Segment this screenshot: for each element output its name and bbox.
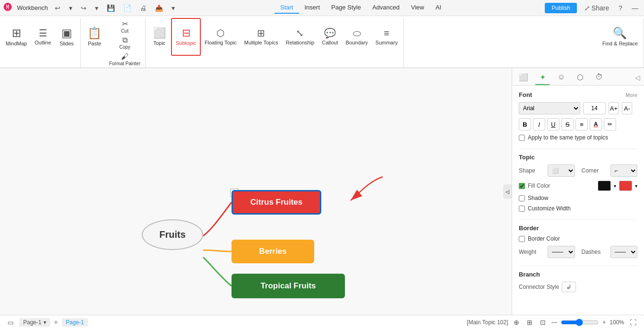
- outline-button[interactable]: ☰ Outline: [31, 18, 55, 56]
- tab-insert[interactable]: Insert: [299, 2, 326, 14]
- fit-screen-button[interactable]: ⊕: [512, 318, 521, 327]
- minimize-button[interactable]: —: [630, 3, 640, 13]
- dashes-select[interactable]: —— - - ···: [610, 246, 638, 258]
- tab-view[interactable]: View: [405, 2, 430, 14]
- more-button[interactable]: ▾: [170, 3, 177, 13]
- weight-label: Weight: [519, 249, 545, 255]
- font-size-input[interactable]: [583, 102, 606, 114]
- redo-dropdown[interactable]: ▾: [93, 3, 100, 13]
- shape-select[interactable]: ⬜ ⬭ ⬡: [548, 164, 575, 177]
- fill-color-red-dropdown[interactable]: ▾: [635, 183, 637, 189]
- undo-button[interactable]: ↩: [53, 3, 62, 13]
- shadow-checkbox[interactable]: [519, 195, 525, 201]
- font-more-button[interactable]: More: [626, 92, 637, 98]
- find-replace-button[interactable]: 🔍 Find & Replace: [599, 18, 642, 56]
- print-button[interactable]: 🖨: [138, 3, 148, 13]
- panel-tab-shape[interactable]: ⬜: [516, 70, 531, 85]
- subtopic-button[interactable]: ⊟ Subtopic: [171, 18, 201, 56]
- cut-button[interactable]: ✂ Cut: [106, 18, 143, 35]
- tab-advanced[interactable]: Advanced: [367, 2, 405, 14]
- fullscreen-button[interactable]: ⛶: [628, 318, 638, 327]
- highlight-button[interactable]: ✏: [604, 118, 616, 130]
- add-page-button[interactable]: +: [54, 318, 58, 327]
- apply-same-type-row: Apply to the same type of topics: [519, 134, 637, 141]
- weight-select[interactable]: —— ─ ━: [548, 246, 575, 258]
- panel-collapse-button[interactable]: ◁: [503, 184, 512, 199]
- relationship-button[interactable]: ⤡ Relationship: [282, 18, 318, 56]
- topic-button[interactable]: ⬜ Topic: [147, 18, 171, 56]
- border-color-checkbox[interactable]: [519, 236, 525, 242]
- insert-group: ⬜ Topic ⊟ Subtopic ⬡ Floating Topic ⊞ Mu…: [146, 18, 404, 68]
- apply-same-type-checkbox[interactable]: [519, 135, 525, 141]
- font-size-down-button[interactable]: A-: [622, 102, 632, 114]
- multiple-topics-button[interactable]: ⊞ Multiple Topics: [240, 18, 282, 56]
- corner-select[interactable]: ⌐ ╭: [610, 164, 638, 177]
- tab-page-style[interactable]: Page Style: [326, 2, 367, 14]
- shadow-label: Shadow: [528, 195, 548, 201]
- fruits-label: Fruits: [159, 229, 186, 240]
- bold-button[interactable]: B: [519, 118, 531, 130]
- new-button[interactable]: 📄: [121, 3, 133, 13]
- branch-section-title: Branch: [519, 271, 540, 278]
- sidebar-toggle-button[interactable]: ▭: [6, 318, 16, 327]
- zoom-plus-icon[interactable]: +: [602, 319, 606, 326]
- tropical-node[interactable]: Tropical Fruits: [232, 274, 345, 298]
- redo-button[interactable]: ↪: [79, 3, 88, 13]
- panel-tab-clock[interactable]: ⏱: [592, 70, 607, 85]
- save-button[interactable]: 💾: [105, 3, 117, 13]
- titlebar-right: Publish ⤢ Share ? —: [545, 3, 640, 13]
- panel-tab-emoji[interactable]: ☺: [554, 70, 569, 85]
- copy-button[interactable]: ⧉ Copy: [106, 35, 143, 51]
- active-page-tab[interactable]: Page-1: [62, 318, 88, 327]
- publish-button[interactable]: Publish: [545, 3, 576, 13]
- mindmap-button[interactable]: ⊞ MindMap: [2, 18, 31, 56]
- summary-button[interactable]: ≡ Summary: [372, 18, 402, 56]
- page-dropdown-icon: ▾: [43, 319, 46, 326]
- font-size-up-button[interactable]: A+: [609, 102, 619, 114]
- fill-color-label: Fill Color: [528, 182, 554, 189]
- align-button[interactable]: ≡: [575, 118, 588, 130]
- slides-button[interactable]: ▣ Slides: [55, 18, 78, 56]
- underline-button[interactable]: U: [547, 118, 559, 130]
- fill-color-dropdown[interactable]: ▾: [614, 183, 616, 189]
- fill-color-swatch-black[interactable]: [598, 181, 611, 191]
- tab-ai[interactable]: AI: [430, 2, 447, 14]
- fruits-node[interactable]: Fruits: [142, 219, 203, 250]
- zoom-fit-button[interactable]: ⊡: [538, 318, 548, 327]
- paste-button[interactable]: 📋 Paste: [83, 18, 106, 56]
- summary-icon: ≡: [384, 28, 389, 39]
- floating-topic-button[interactable]: ⬡ Floating Topic: [201, 18, 240, 56]
- panel-expand-button[interactable]: ◁: [635, 74, 640, 81]
- strikethrough-button[interactable]: S: [561, 118, 574, 130]
- zoom-slider[interactable]: [561, 319, 599, 326]
- fill-color-swatch-red[interactable]: [619, 181, 632, 191]
- font-color-button[interactable]: A: [590, 118, 602, 130]
- citrus-node[interactable]: Citrus Fruites: [232, 190, 321, 215]
- export-button[interactable]: 📤: [153, 3, 165, 13]
- canvas[interactable]: ⤡ Fruits Citrus Fruites Berries Tropical…: [0, 68, 512, 315]
- ai-tab-icon: ✦: [540, 73, 546, 82]
- berries-node[interactable]: Berries: [232, 240, 314, 263]
- format-painter-button[interactable]: 🖌 Format Painter: [106, 51, 143, 68]
- boundary-button[interactable]: ⬭ Boundary: [342, 18, 371, 56]
- tab-start[interactable]: Start: [275, 2, 299, 14]
- zoom-minus-icon[interactable]: —: [551, 319, 557, 326]
- connector-style-button[interactable]: ↲: [562, 282, 576, 292]
- font-family-row: Arial Helvetica Times New Roman A+ A-: [519, 102, 637, 114]
- relationship-icon: ⤡: [296, 27, 304, 39]
- relationship-label: Relationship: [286, 40, 315, 46]
- dashes-label: Dashes: [582, 249, 608, 255]
- find-replace-group: 🔍 Find & Replace: [597, 18, 644, 68]
- panel-tab-ai[interactable]: ✦: [535, 70, 550, 85]
- fit-map-button[interactable]: ⊞: [525, 318, 534, 327]
- help-button[interactable]: ?: [617, 3, 624, 13]
- callout-button[interactable]: 💬 Callout: [318, 18, 342, 56]
- share-button[interactable]: ⤢ Share: [583, 3, 611, 13]
- fill-color-checkbox[interactable]: [519, 183, 525, 189]
- page-1-tab[interactable]: Page-1 ▾: [19, 318, 50, 327]
- undo-dropdown[interactable]: ▾: [67, 3, 74, 13]
- panel-tab-sticker[interactable]: ⬡: [573, 70, 588, 85]
- italic-button[interactable]: I: [533, 118, 545, 130]
- customize-width-checkbox[interactable]: [519, 206, 525, 212]
- font-family-select[interactable]: Arial Helvetica Times New Roman: [519, 102, 580, 114]
